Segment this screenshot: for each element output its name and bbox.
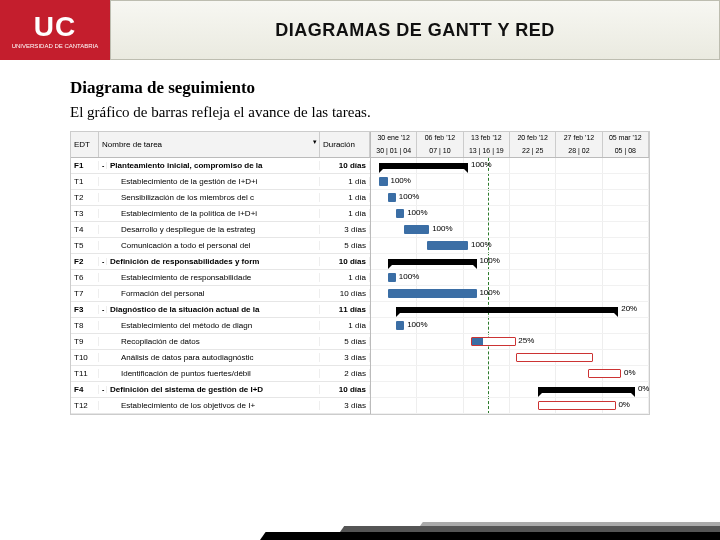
cell-edt: T8 [71,321,99,330]
gantt-row: 100% [371,190,649,206]
gantt-row: 100% [371,318,649,334]
summary-bar [538,387,635,393]
task-bar-complete [388,289,477,298]
cell-name: Identificación de puntos fuertes/débil [107,369,320,378]
task-bar-complete [396,209,404,218]
cell-name: Establecimiento de los objetivos de I+ [107,401,320,410]
percent-label: 20% [621,304,637,313]
gantt-timeline-header: 30 ene '1206 feb '1213 feb '1220 feb '12… [371,132,649,158]
cell-name: Formación del personal [107,289,320,298]
expand-icon[interactable]: - [99,258,107,265]
expand-icon[interactable]: - [99,386,107,393]
week-cell: 27 feb '12 [556,132,602,145]
expand-icon[interactable]: - [99,162,107,169]
cell-name: Establecimiento de la política de I+D+i [107,209,320,218]
cell-dur: 1 día [320,321,370,330]
gantt-row: 100% [371,174,649,190]
gantt-left-header: EDT Nombre de tarea ▾ Duración [71,132,370,158]
task-bar-planned [538,401,616,410]
day-cell: 28 | 02 [556,145,602,158]
cell-dur: 3 días [320,353,370,362]
cell-dur: 3 días [320,401,370,410]
week-cell: 05 mar '12 [603,132,649,145]
cell-dur: 5 días [320,241,370,250]
col-name: Nombre de tarea ▾ [99,132,320,157]
title-bar: DIAGRAMAS DE GANTT Y RED [110,0,720,60]
gantt-row: 100% [371,222,649,238]
cell-name: Establecimiento de responsabilidade [107,273,320,282]
gantt-task-pane: EDT Nombre de tarea ▾ Duración F1-Plante… [71,132,371,414]
slide-content: Diagrama de seguimiento El gráfico de ba… [0,60,720,415]
table-row: F4-Definición del sistema de gestión de … [71,382,370,398]
cell-dur: 1 día [320,193,370,202]
gantt-row: 0% [371,366,649,382]
cell-name: Definición de responsabilidades y form [107,257,320,266]
percent-label: 100% [479,288,499,297]
table-row: T7Formación del personal10 días [71,286,370,302]
cell-edt: T1 [71,177,99,186]
section-description: El gráfico de barras refleja el avance d… [70,104,650,121]
cell-name: Definición del sistema de gestión de I+D [107,385,320,394]
week-cell: 30 ene '12 [371,132,417,145]
cell-edt: T2 [71,193,99,202]
cell-edt: T7 [71,289,99,298]
table-row: T2Sensibilización de los miembros del c1… [71,190,370,206]
cell-dur: 1 día [320,177,370,186]
cell-dur: 1 día [320,273,370,282]
percent-label: 100% [399,192,419,201]
task-bar-complete [396,321,404,330]
gantt-row: 20% [371,302,649,318]
summary-bar [379,163,468,169]
section-subtitle: Diagrama de seguimiento [70,78,650,98]
day-cell: 07 | 10 [417,145,463,158]
cell-name: Análisis de datos para autodiagnóstic [107,353,320,362]
table-row: T5Comunicación a todo el personal del5 d… [71,238,370,254]
gantt-row: 25% [371,334,649,350]
cell-dur: 10 días [320,257,370,266]
gantt-row: 100% [371,286,649,302]
cell-edt: F1 [71,161,99,170]
cell-edt: F3 [71,305,99,314]
week-cell: 20 feb '12 [510,132,556,145]
table-row: T10Análisis de datos para autodiagnóstic… [71,350,370,366]
percent-label: 0% [618,400,630,409]
cell-name: Desarrollo y despliegue de la estrateg [107,225,320,234]
cell-name: Comunicación a todo el personal del [107,241,320,250]
cell-name: Establecimiento del método de diagn [107,321,320,330]
percent-label: 100% [390,176,410,185]
cell-dur: 10 días [320,161,370,170]
table-row: F2-Definición de responsabilidades y for… [71,254,370,270]
gantt-row: 100% [371,254,649,270]
cell-edt: T12 [71,401,99,410]
dropdown-icon[interactable]: ▾ [313,138,317,146]
slide-decoration [260,490,720,540]
col-name-label: Nombre de tarea [102,140,162,149]
task-bar-complete [427,241,469,250]
table-row: T9Recopilación de datos5 días [71,334,370,350]
percent-label: 100% [399,272,419,281]
task-bar-partial [471,337,515,346]
task-bar-planned [588,369,621,378]
page-title: DIAGRAMAS DE GANTT Y RED [275,20,554,41]
cell-edt: T4 [71,225,99,234]
summary-bar [388,259,477,265]
gantt-row: 100% [371,270,649,286]
table-row: T11Identificación de puntos fuertes/débi… [71,366,370,382]
gantt-chart: EDT Nombre de tarea ▾ Duración F1-Plante… [70,131,650,415]
cell-name: Planteamiento inicial, compromiso de la [107,161,320,170]
day-cell: 13 | 16 | 19 [464,145,510,158]
percent-label: 0% [624,368,636,377]
uc-logo: UC UNIVERSIDAD DE CANTABRIA [0,0,110,60]
gantt-row [371,350,649,366]
percent-label: 100% [432,224,452,233]
task-bar-complete [388,273,396,282]
expand-icon[interactable]: - [99,306,107,313]
table-row: T8Establecimiento del método de diagn1 d… [71,318,370,334]
cell-dur: 1 día [320,209,370,218]
percent-label: 100% [479,256,499,265]
cell-edt: F4 [71,385,99,394]
week-cell: 13 feb '12 [464,132,510,145]
cell-edt: T5 [71,241,99,250]
table-row: F3-Diagnóstico de la situación actual de… [71,302,370,318]
table-row: T6Establecimiento de responsabilidade1 d… [71,270,370,286]
